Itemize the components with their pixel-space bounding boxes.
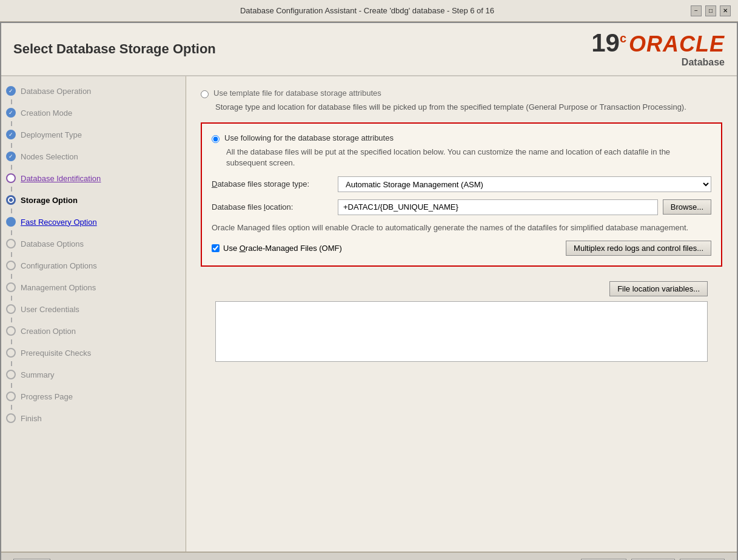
option1-radio-row: Use template file for database storage a… — [201, 88, 722, 98]
title-bar: Database Configuration Assistant - Creat… — [0, 0, 738, 22]
minimize-button[interactable]: − — [691, 5, 702, 16]
step-dot-configuration-options — [6, 261, 16, 270]
sidebar-label-configuration-options: Configuration Options — [21, 261, 97, 270]
option2-description: All the database files will be put at th… — [226, 147, 711, 168]
location-label: Database files location: — [212, 202, 333, 212]
sidebar-item-finish[interactable]: Finish — [1, 410, 186, 427]
sidebar-label-database-operation: Database Operation — [21, 87, 91, 96]
sidebar-item-creation-option[interactable]: Creation Option — [1, 322, 186, 339]
sidebar-item-storage-option[interactable]: Storage Option — [1, 192, 186, 208]
omf-row: Use Oracle-Managed Files (OMF) Multiplex… — [212, 241, 711, 256]
step-dot-user-credentials — [6, 304, 16, 314]
maximize-button[interactable]: □ — [705, 5, 716, 16]
storage-type-select[interactable]: Automatic Storage Management (ASM) File … — [338, 176, 711, 192]
step-dot-finish — [6, 413, 16, 423]
oracle-logo: 19c ORACLE Database — [591, 30, 725, 68]
storage-type-row: Database files storage type: Automatic S… — [212, 176, 711, 192]
step-dot-database-operation: ✓ — [6, 86, 16, 96]
sidebar-item-user-credentials[interactable]: User Credentials — [1, 301, 186, 318]
option1-description: Storage type and location for database f… — [215, 102, 722, 113]
sidebar: ✓ Database Operation ✓ Creation Mode ✓ D… — [1, 76, 186, 552]
sidebar-label-progress-page: Progress Page — [21, 392, 73, 401]
sidebar-item-creation-mode[interactable]: ✓ Creation Mode — [1, 104, 186, 121]
main-panel: Use template file for database storage a… — [186, 76, 737, 552]
oracle-product: Database — [682, 57, 725, 68]
sidebar-label-storage-option: Storage Option — [21, 196, 78, 205]
bottom-panel: File location variables... — [201, 276, 722, 301]
sidebar-item-configuration-options[interactable]: Configuration Options — [1, 257, 186, 274]
title-bar-buttons: − □ ✕ — [691, 5, 731, 16]
step-dot-creation-option — [6, 326, 16, 336]
content-area: ✓ Database Operation ✓ Creation Mode ✓ D… — [1, 76, 737, 552]
sidebar-label-creation-mode: Creation Mode — [21, 108, 72, 118]
step-dot-database-identification — [6, 173, 16, 183]
location-input[interactable]: +DATAC1/{DB_UNIQUE_NAME} — [338, 199, 658, 215]
option1-label[interactable]: Use template file for database storage a… — [213, 88, 381, 98]
location-row: Database files location: +DATAC1/{DB_UNI… — [212, 199, 711, 215]
sidebar-item-management-options[interactable]: Management Options — [1, 279, 186, 296]
sidebar-item-database-identification[interactable]: Database Identification — [1, 170, 186, 187]
sidebar-label-summary: Summary — [21, 370, 55, 379]
sidebar-item-nodes-selection[interactable]: ✓ Nodes Selection — [1, 148, 186, 165]
step-dot-fast-recovery-option — [6, 217, 16, 227]
sidebar-label-creation-option: Creation Option — [21, 327, 76, 336]
option2-radio-row: Use following for the database storage a… — [212, 133, 711, 143]
sidebar-label-database-options: Database Options — [21, 239, 84, 248]
sidebar-item-database-options[interactable]: Database Options — [1, 235, 186, 252]
step-dot-prerequisite-checks — [6, 348, 16, 358]
sidebar-label-prerequisite-checks: Prerequisite Checks — [21, 348, 91, 358]
step-dot-progress-page — [6, 392, 16, 401]
page-title: Select Database Storage Option — [13, 41, 216, 57]
oracle-brand: ORACLE — [629, 32, 725, 57]
omf-description: Oracle Managed files option will enable … — [212, 222, 711, 233]
sidebar-label-database-identification: Database Identification — [21, 174, 101, 183]
sidebar-label-user-credentials: User Credentials — [21, 305, 79, 314]
step-dot-deployment-type: ✓ — [6, 130, 16, 139]
step-dot-summary — [6, 370, 16, 379]
step-dot-database-options — [6, 239, 16, 248]
main-window: Select Database Storage Option 19c ORACL… — [0, 22, 738, 560]
option2-label[interactable]: Use following for the database storage a… — [224, 133, 394, 142]
step-dot-storage-option — [6, 195, 16, 205]
sidebar-item-prerequisite-checks[interactable]: Prerequisite Checks — [1, 344, 186, 361]
omf-label[interactable]: Use Oracle-Managed Files (OMF) — [223, 244, 342, 253]
sidebar-item-database-operation[interactable]: ✓ Database Operation — [1, 82, 186, 99]
sidebar-label-finish: Finish — [21, 414, 42, 423]
header: Select Database Storage Option 19c ORACL… — [1, 23, 737, 76]
browse-button[interactable]: Browse... — [663, 199, 711, 215]
info-text-area — [215, 301, 708, 362]
file-location-variables-button[interactable]: File location variables... — [609, 281, 708, 296]
sidebar-label-nodes-selection: Nodes Selection — [21, 152, 78, 161]
sidebar-item-deployment-type[interactable]: ✓ Deployment Type — [1, 126, 186, 143]
option2-radio[interactable] — [212, 135, 220, 143]
sidebar-label-deployment-type: Deployment Type — [21, 130, 82, 139]
option1-section: Use template file for database storage a… — [201, 88, 722, 113]
title-bar-text: Database Configuration Assistant - Creat… — [44, 6, 691, 15]
footer: Help < Back Next > Cancel — [1, 552, 737, 560]
omf-left: Use Oracle-Managed Files (OMF) — [212, 244, 342, 253]
oracle-version: 19c — [591, 30, 626, 56]
step-dot-management-options — [6, 282, 16, 292]
storage-type-label: Database files storage type: — [212, 179, 333, 188]
sidebar-label-fast-recovery-option: Fast Recovery Option — [21, 218, 97, 227]
sidebar-item-fast-recovery-option[interactable]: Fast Recovery Option — [1, 213, 186, 230]
multiplex-button[interactable]: Multiplex redo logs and control files... — [566, 241, 711, 256]
sidebar-item-summary[interactable]: Summary — [1, 366, 186, 383]
step-dot-creation-mode: ✓ — [6, 108, 16, 118]
close-button[interactable]: ✕ — [720, 5, 731, 16]
sidebar-label-management-options: Management Options — [21, 283, 96, 292]
omf-checkbox[interactable] — [212, 244, 220, 252]
option2-selected-box: Use following for the database storage a… — [201, 122, 722, 267]
sidebar-item-progress-page[interactable]: Progress Page — [1, 388, 186, 405]
option1-radio[interactable] — [201, 90, 209, 98]
step-dot-nodes-selection: ✓ — [6, 152, 16, 161]
